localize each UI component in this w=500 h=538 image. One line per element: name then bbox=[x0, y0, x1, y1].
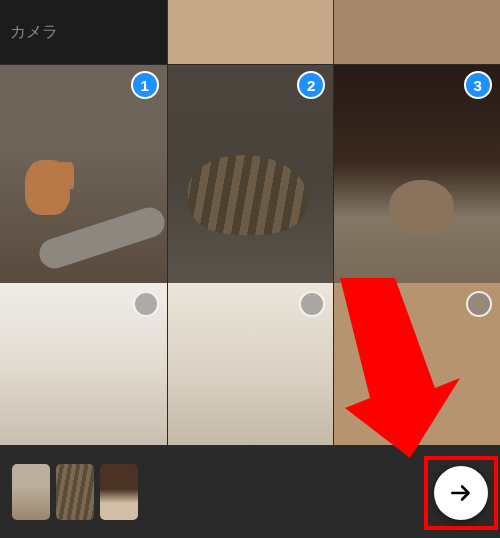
photo-cell-cat-1[interactable]: 1 bbox=[0, 65, 167, 283]
photo-cell-partial-2[interactable] bbox=[333, 0, 500, 64]
unselected-badge bbox=[466, 291, 492, 317]
photo-cell-cat-2[interactable]: 2 bbox=[167, 65, 334, 283]
photo-row-1: 1 2 3 bbox=[0, 64, 500, 282]
camera-label: カメラ bbox=[10, 22, 58, 43]
selection-number: 3 bbox=[474, 77, 482, 94]
arrow-right-icon bbox=[448, 480, 474, 506]
photo-picker-screen: カメラ 1 2 3 bbox=[0, 0, 500, 538]
tray-thumbnail-1[interactable] bbox=[12, 464, 50, 520]
tray-thumbnail-3[interactable] bbox=[100, 464, 138, 520]
selection-badge: 2 bbox=[297, 71, 325, 99]
selection-badge: 3 bbox=[464, 71, 492, 99]
photo-cell-partial-1[interactable] bbox=[167, 0, 333, 64]
camera-source-cell[interactable]: カメラ bbox=[0, 0, 167, 64]
tray-thumbnail-2[interactable] bbox=[56, 464, 94, 520]
photo-row-2 bbox=[0, 282, 500, 445]
selection-number: 2 bbox=[307, 77, 315, 94]
top-partial-row: カメラ bbox=[0, 0, 500, 64]
next-button[interactable] bbox=[434, 466, 488, 520]
photo-cell-6[interactable] bbox=[333, 283, 500, 446]
photo-cell-5[interactable] bbox=[167, 283, 334, 446]
selection-number: 1 bbox=[140, 77, 148, 94]
cat-eyes bbox=[399, 200, 444, 212]
unselected-badge bbox=[133, 291, 159, 317]
selection-tray bbox=[0, 445, 500, 538]
photo-cell-cat-3[interactable]: 3 bbox=[333, 65, 500, 283]
photo-cell-4[interactable] bbox=[0, 283, 167, 446]
unselected-badge bbox=[299, 291, 325, 317]
selection-badge: 1 bbox=[131, 71, 159, 99]
